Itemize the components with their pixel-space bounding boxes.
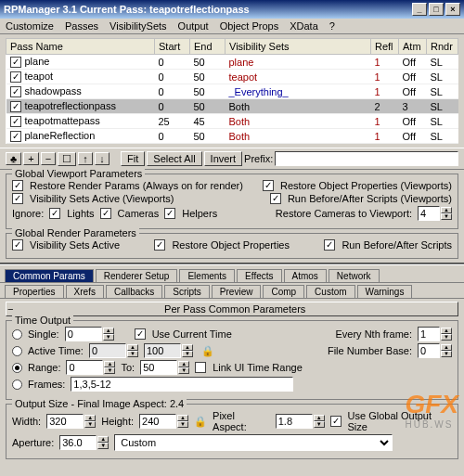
pass-toolbar: ♣ + − ☐ ↑ ↓ Fit Select All Invert Prefix… [0,148,464,170]
menu-bar: Customize Passes VisibilitySets Output O… [0,19,464,34]
toolbar-btn-remove[interactable]: − [41,152,56,165]
gvp-run-scripts[interactable]: ✓Run Before/After Scripts (Viewports) [270,193,452,204]
tab-properties[interactable]: Properties [5,285,64,298]
radio-single[interactable] [12,329,22,340]
invert-button[interactable]: Invert [204,151,243,166]
table-row[interactable]: ✓teapotreflectionpass050Both23SL [6,99,458,114]
row-checkbox[interactable]: ✓ [10,71,21,83]
row-checkbox[interactable]: ✓ [10,86,21,97]
col-end[interactable]: End [190,39,226,55]
pixel-input[interactable] [276,414,313,429]
menu-output[interactable]: Output [178,20,209,32]
tab-network[interactable]: Network [329,269,380,282]
tab-preview[interactable]: Preview [212,285,262,298]
width-input[interactable] [46,414,84,429]
selectall-button[interactable]: Select All [147,151,201,166]
menu-help[interactable]: ? [329,20,335,32]
row-checkbox[interactable]: ✓ [10,57,21,68]
width-label: Width: [12,416,41,427]
tab-warnings[interactable]: Warnings [357,285,413,298]
tab-common-params[interactable]: Common Params [5,269,94,282]
active-from[interactable] [89,343,126,358]
table-row[interactable]: ✓shadowpass050_Everything_1OffSL [6,84,458,99]
outsize-title: Output Size - Final Image Aspect: 2.4 [12,398,187,409]
lock-icon-2[interactable]: 🔒 [194,416,207,428]
menu-visibilitysets[interactable]: VisibilitySets [110,20,167,32]
tab-elements[interactable]: Elements [179,269,235,282]
splitter[interactable] [0,263,464,265]
toolbar-btn-3[interactable]: ☐ [58,152,76,166]
height-label: Height: [101,416,134,427]
gvp-restorecam-spinner[interactable]: ▲▼ [418,206,452,221]
timeout-title: Time Output [12,315,73,326]
col-passname[interactable]: Pass Name [6,39,155,55]
col-start[interactable]: Start [155,39,190,55]
pass-table[interactable]: Pass Name Start End Visibility Sets Refl… [6,38,458,144]
col-rndr[interactable]: Rndr [427,39,458,55]
preset-select[interactable]: Custom [114,434,393,451]
pass-table-panel: Pass Name Start End Visibility Sets Refl… [0,34,464,148]
row-checkbox[interactable]: ✓ [10,116,21,127]
everynth-input[interactable] [418,327,440,341]
tab-callbacks[interactable]: Callbacks [106,285,162,298]
tab-atmos[interactable]: Atmos [284,269,327,282]
row-checkbox[interactable]: ✓ [10,131,21,142]
tab-xrefs[interactable]: Xrefs [66,285,104,298]
tab-scripts[interactable]: Scripts [164,285,210,298]
menu-objectprops[interactable]: Object Props [220,20,279,32]
menu-xdata[interactable]: XData [290,20,318,32]
grp-vis-active[interactable]: ✓Visibility Sets Active [12,239,120,251]
gvp-vis-active[interactable]: ✓Visibility Sets Active (Viewports) [12,193,174,204]
table-row[interactable]: ✓teapot050teapot1OffSL [6,70,458,84]
table-row[interactable]: ✓planeReflection050Both1OffSL [6,129,458,144]
tab-comp[interactable]: Comp [263,285,304,298]
grp-title: Global Render Parameters [12,227,139,238]
link-ui-time[interactable]: Link UI Time Range [195,362,303,373]
single-frame-input[interactable] [65,327,102,341]
filenum-input[interactable] [418,343,440,358]
col-refl[interactable]: Refl [371,39,399,55]
lock-icon[interactable]: 🔒 [199,345,217,357]
grp-run-scripts[interactable]: ✓Run Before/After Scripts [324,239,452,251]
col-vis[interactable]: Visibility Sets [226,39,371,55]
gvp-helpers[interactable]: ✓Helpers [164,208,217,219]
tab-effects[interactable]: Effects [237,269,281,282]
toolbar-btn-up[interactable]: ↑ [78,152,93,165]
menu-customize[interactable]: Customize [6,20,54,32]
gvp-cameras[interactable]: ✓Cameras [100,208,160,219]
tab-custom[interactable]: Custom [306,285,354,298]
gvp-restore-render[interactable]: ✓Restore Render Params (Always on for re… [12,180,243,191]
pixel-label: Pixel Aspect: [213,410,270,432]
minimize-button[interactable]: _ [412,3,427,16]
tab-renderer-setup[interactable]: Renderer Setup [96,269,178,282]
grp-restore-obj[interactable]: ✓Restore Object Properties [154,239,290,251]
toolbar-btn-0[interactable]: ♣ [6,152,21,165]
close-button[interactable]: × [445,3,460,16]
radio-frames[interactable] [12,380,22,390]
section-header[interactable]: −Per Pass Common Parameters [6,302,458,316]
col-atm[interactable]: Atm [399,39,427,55]
aperture-input[interactable] [59,435,97,450]
use-global-output[interactable]: ✓Use Global Output Size [330,410,452,432]
prefix-input[interactable] [275,151,458,166]
global-render-group: Global Render Parameters ✓Visibility Set… [6,233,458,259]
gvp-lights[interactable]: ✓Lights [49,208,94,219]
gvp-title: Global Viewport Parameters [12,168,145,179]
menu-passes[interactable]: Passes [65,20,98,32]
radio-active[interactable] [12,346,22,356]
gvp-restore-obj[interactable]: ✓Restore Object Properties (Viewports) [263,180,452,191]
range-from[interactable] [66,360,103,375]
range-to[interactable] [140,360,177,375]
maximize-button[interactable]: □ [429,3,444,16]
table-row[interactable]: ✓teapotmattepass2545Both1OffSL [6,114,458,129]
active-to[interactable] [144,343,181,358]
fit-button[interactable]: Fit [121,151,145,166]
use-current-time[interactable]: ✓Use Current Time [135,328,232,340]
toolbar-btn-down[interactable]: ↓ [95,152,110,165]
height-input[interactable] [139,414,176,429]
toolbar-btn-add[interactable]: + [23,152,38,165]
row-checkbox[interactable]: ✓ [10,101,21,112]
radio-range[interactable] [12,363,22,373]
frames-input[interactable] [71,377,293,392]
table-row[interactable]: ✓plane050plane1OffSL [6,55,458,70]
